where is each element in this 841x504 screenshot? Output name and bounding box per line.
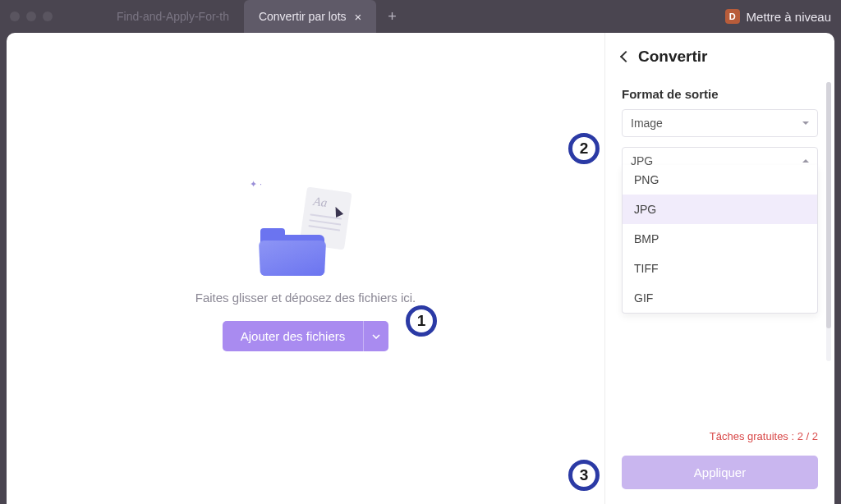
format-option-tiff[interactable]: TIFF (623, 254, 817, 283)
side-panel-header: Convertir (605, 48, 834, 79)
drop-illustration-icon: ✦ · (256, 186, 355, 276)
annotation-3: 3 (568, 460, 600, 491)
format-option-bmp[interactable]: BMP (623, 224, 817, 254)
close-window-icon[interactable] (10, 11, 20, 21)
side-panel: Convertir Format de sortie Image JPG PNG… (604, 33, 834, 504)
free-tasks-label: Tâches gratuites : 2 / 2 (622, 420, 818, 456)
annotation-2: 2 (568, 133, 600, 164)
output-format-label: Format de sortie (622, 87, 818, 101)
format-option-gif[interactable]: GIF (623, 283, 817, 313)
titlebar: Find-and-Apply-For-th Convertir par lots… (0, 0, 841, 33)
window-controls (10, 11, 53, 21)
app-window: ✦ · Faites glisser et déposez des fichie… (7, 33, 834, 504)
minimize-window-icon[interactable] (26, 11, 36, 21)
maximize-window-icon[interactable] (43, 11, 53, 21)
drop-hint-text: Faites glisser et déposez des fichiers i… (195, 291, 416, 305)
format-option-jpg[interactable]: JPG (623, 195, 817, 224)
apply-button[interactable]: Appliquer (622, 456, 818, 489)
category-select[interactable]: Image (622, 109, 818, 137)
format-option-png[interactable]: PNG (623, 165, 817, 195)
upgrade-button[interactable]: D Mettre à niveau (725, 9, 831, 24)
tab-find-and-apply[interactable]: Find-and-Apply-For-th (102, 0, 244, 33)
scrollbar-thumb[interactable] (826, 82, 831, 328)
format-dropdown-panel: PNG JPG BMP TIFF GIF (622, 165, 818, 314)
close-tab-icon[interactable]: × (355, 10, 362, 24)
upgrade-badge-icon: D (725, 9, 740, 24)
chevron-down-icon (802, 121, 809, 125)
new-tab-button[interactable]: + (376, 0, 408, 33)
add-files-dropdown-button[interactable] (363, 321, 388, 351)
tab-convertir-par-lots[interactable]: Convertir par lots × (244, 0, 376, 33)
add-files-button[interactable]: Ajouter des fichiers (223, 321, 364, 351)
chevron-down-icon (372, 334, 380, 339)
chevron-up-icon (802, 159, 809, 163)
side-panel-body: Format de sortie Image JPG PNG JPG BMP T… (605, 79, 834, 456)
side-panel-title: Convertir (638, 48, 707, 66)
tab-strip: Find-and-Apply-For-th Convertir par lots… (102, 0, 408, 33)
tab-label: Find-and-Apply-For-th (117, 10, 229, 23)
drop-pane: ✦ · Faites glisser et déposez des fichie… (7, 33, 604, 504)
annotation-1: 1 (406, 305, 437, 337)
category-select-value: Image (631, 117, 663, 130)
add-files-split-button: Ajouter des fichiers (223, 321, 389, 351)
tab-label: Convertir par lots (259, 10, 347, 23)
back-chevron-icon[interactable] (620, 51, 632, 62)
upgrade-label: Mettre à niveau (747, 10, 831, 24)
